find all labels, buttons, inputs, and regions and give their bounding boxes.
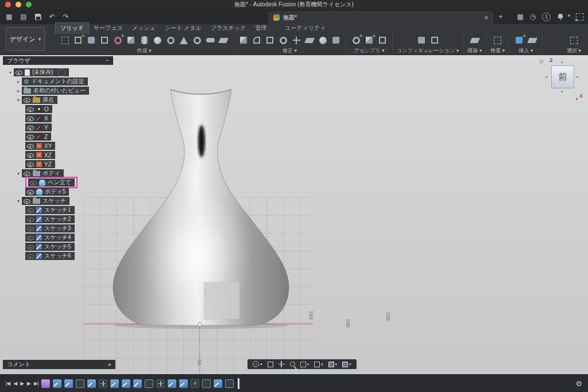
view-cube-menu-icon[interactable]: ▾ — [575, 96, 578, 102]
loft-icon[interactable] — [218, 34, 229, 46]
create-sketch-icon[interactable] — [59, 34, 71, 46]
fillet-icon[interactable] — [251, 34, 262, 46]
timeline-settings-gear-icon[interactable]: ⚙ — [575, 379, 582, 388]
group-select-label[interactable]: 選択 ▾ — [567, 47, 581, 55]
rotate-right-icon[interactable]: ▸ — [577, 75, 579, 79]
job-status-clock-icon[interactable]: ◷ — [530, 13, 536, 20]
primitive-sphere-icon[interactable] — [152, 34, 163, 46]
sweep-icon[interactable] — [204, 34, 216, 46]
visibility-eye-icon[interactable] — [27, 189, 34, 195]
viewports-setting[interactable]: ▾ — [342, 362, 351, 367]
visibility-eye-icon[interactable] — [27, 235, 34, 240]
workspace-selector[interactable]: デザイン ▾ — [6, 27, 45, 51]
extensions-grid-icon[interactable]: ▦ — [517, 13, 523, 20]
origin-point[interactable] — [198, 322, 202, 327]
revolve-icon[interactable] — [191, 34, 203, 46]
visibility-eye-icon[interactable] — [27, 216, 34, 222]
browser-item-origin[interactable]: ▾ 原点 — [3, 95, 113, 104]
visibility-eye-icon[interactable] — [24, 198, 30, 204]
viewport-canvas[interactable]: 150 200 250 50 ⌂ Z ▴ ◂ ▸ 前 ▾ X ▾ ブラウザ − … — [0, 55, 588, 374]
group-assemble-label[interactable]: アセンブリ ▾ — [354, 47, 384, 55]
rotate-left-icon[interactable]: ◂ — [545, 75, 547, 79]
collapse-browser-icon[interactable]: − — [106, 57, 109, 64]
timeline-feature-sketch[interactable] — [133, 379, 142, 388]
group-create-label[interactable]: 作成 ▾ — [137, 47, 151, 55]
presence-count-badge[interactable]: 1 — [542, 13, 551, 21]
pan-tool[interactable] — [278, 361, 285, 367]
timeline-feature-sketch[interactable] — [214, 379, 222, 388]
visibility-eye-icon[interactable] — [27, 143, 34, 149]
visibility-eye-icon[interactable] — [27, 125, 34, 130]
timeline-feature-combine[interactable] — [191, 379, 199, 388]
browser-item-body-5[interactable]: ボディ5 — [3, 187, 113, 196]
visibility-eye-icon[interactable] — [24, 97, 30, 103]
extrude-icon[interactable] — [178, 34, 189, 46]
undo-icon[interactable]: ↶ — [49, 13, 55, 20]
zoom-tool[interactable] — [290, 362, 295, 367]
visibility-eye-icon[interactable] — [27, 207, 34, 213]
create-mesh-icon[interactable] — [99, 34, 110, 46]
as-built-joint-icon[interactable] — [377, 34, 388, 46]
fit-tool[interactable]: ▾ — [300, 362, 310, 367]
browser-item-origin-o[interactable]: O — [3, 104, 113, 114]
tab-sheet-metal[interactable]: シート メタル — [160, 23, 206, 34]
rotate-down-icon[interactable]: ▾ — [561, 90, 563, 94]
configuration-table-icon[interactable] — [429, 34, 440, 46]
timeline-feature-sketch[interactable] — [122, 379, 130, 388]
orbit-tool[interactable]: ▾ — [253, 361, 262, 367]
file-menu-icon[interactable]: ▤ — [20, 13, 26, 20]
display-settings[interactable]: ▾ — [314, 362, 323, 367]
browser-item-plane-xz[interactable]: XZ — [3, 150, 113, 160]
browser-item-plane-yz[interactable]: YZ — [3, 160, 113, 169]
press-pull-icon[interactable] — [238, 34, 249, 46]
browser-item-axis-z[interactable]: Z — [3, 132, 113, 141]
go-to-start-button[interactable]: |◀ — [6, 381, 10, 386]
select-icon[interactable] — [568, 34, 579, 46]
save-icon[interactable] — [35, 14, 41, 20]
insert-icon[interactable] — [513, 34, 525, 46]
browser-item-document-settings[interactable]: ▸ ⚙ドキュメントの設定 — [3, 77, 113, 86]
home-view-icon[interactable]: ⌂ — [539, 57, 543, 65]
timeline-feature-form[interactable] — [41, 379, 50, 388]
disclosure-expanded-icon[interactable]: ▾ — [15, 171, 22, 176]
physical-material-icon[interactable] — [317, 34, 328, 46]
redo-icon[interactable]: ↷ — [63, 13, 69, 20]
configure-icon[interactable] — [416, 34, 427, 46]
browser-item-named-views[interactable]: ▸ 名前の付いたビュー — [3, 86, 113, 95]
vase-model[interactable] — [80, 84, 322, 331]
selected-face[interactable] — [204, 282, 239, 319]
comments-bar[interactable]: コメント + — [3, 360, 115, 369]
disclosure-expanded-icon[interactable]: ▾ — [7, 70, 14, 75]
offset-plane-icon[interactable] — [469, 34, 481, 46]
group-insert-label[interactable]: 挿入 ▾ — [519, 47, 533, 55]
visibility-eye-icon[interactable] — [27, 161, 34, 167]
align-icon[interactable] — [304, 34, 315, 46]
timeline-feature[interactable] — [76, 379, 84, 388]
disclosure-expanded-icon[interactable]: ▾ — [15, 98, 22, 103]
browser-header[interactable]: ブラウザ − — [3, 56, 113, 65]
notifications-bell-icon[interactable] — [557, 13, 563, 20]
grid-settings[interactable]: ▾ — [328, 362, 338, 367]
visibility-eye-icon[interactable] — [24, 170, 30, 176]
visibility-eye-icon[interactable] — [27, 253, 34, 259]
timeline-feature-move[interactable] — [156, 379, 165, 388]
group-inspect-label[interactable]: 検査 ▾ — [490, 47, 505, 55]
step-forward-button[interactable]: ▶ — [27, 381, 30, 386]
timeline-feature-sketch[interactable] — [110, 379, 119, 388]
browser-item-body-pen-stand[interactable]: ペン立て — [3, 178, 113, 187]
timeline-feature[interactable] — [145, 379, 153, 388]
play-button[interactable]: ▶ — [20, 381, 24, 386]
rotate-up-icon[interactable]: ▴ — [561, 60, 563, 64]
browser-item-sketch-2[interactable]: スケッチ2 — [3, 215, 113, 224]
app-grid-icon[interactable]: ▦ — [6, 13, 12, 20]
browser-item-sketches[interactable]: ▾ スケッチ — [3, 196, 113, 205]
look-at-tool[interactable] — [268, 362, 273, 367]
browser-item-axis-y[interactable]: Y — [3, 123, 113, 132]
step-back-button[interactable]: ◀ — [13, 381, 17, 386]
timeline-feature-sketch[interactable] — [168, 379, 176, 388]
view-cube[interactable]: ⌂ Z ▴ ◂ ▸ 前 ▾ X ▾ — [543, 57, 581, 103]
browser-item-axis-x[interactable]: X — [3, 114, 113, 123]
disclosure-expanded-icon[interactable]: ▾ — [15, 199, 22, 204]
measure-icon[interactable] — [492, 34, 504, 46]
visibility-eye-icon[interactable] — [30, 180, 37, 185]
